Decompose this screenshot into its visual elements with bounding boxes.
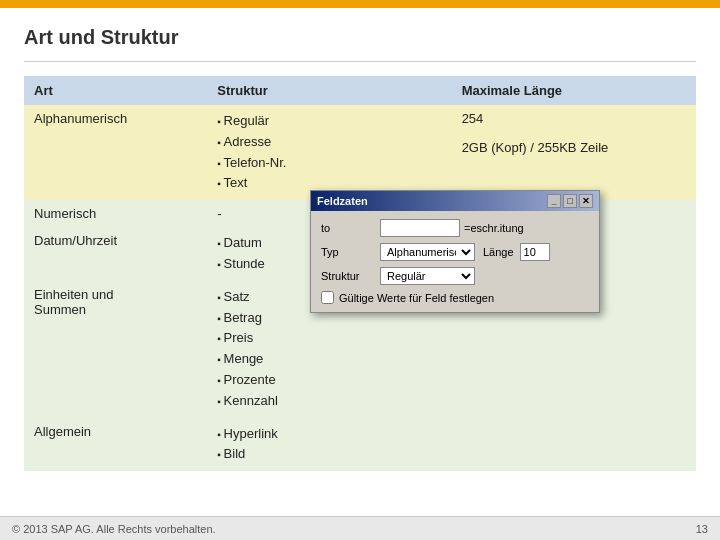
maximize-icon[interactable]: □ [563, 194, 577, 208]
dialog-typ-label: Typ [321, 246, 376, 258]
dialog-struktur-label: Struktur [321, 270, 376, 282]
dialog-title: Feldzaten [317, 195, 368, 207]
cell-art: Alphanumerisch [24, 105, 207, 200]
dialog-to-input[interactable] [380, 219, 460, 237]
footer-copyright: © 2013 SAP AG. Alle Rechts vorbehalten. [12, 523, 216, 535]
list-item: Hyperlink [217, 424, 441, 445]
list-item: Telefon-Nr. [217, 153, 441, 174]
minimize-icon[interactable]: _ [547, 194, 561, 208]
dialog-eschr-label: =eschr.itung [464, 222, 524, 234]
cell-maxlaenge: 254 2GB (Kopf) / 255KB Zeile [452, 105, 696, 200]
cell-art: Einheiten undSummen [24, 281, 207, 418]
dialog-checkbox-label: Gültige Werte für Feld festlegen [339, 292, 494, 304]
dialog-to-label: to [321, 222, 376, 234]
divider [24, 61, 696, 62]
dialog-laenge-label: Länge [483, 246, 514, 258]
list-item: Adresse [217, 132, 441, 153]
col-header-art: Art [24, 76, 207, 105]
footer-page: 13 [696, 523, 708, 535]
list-item: Kennzahl [217, 391, 441, 412]
dialog-checkbox[interactable] [321, 291, 334, 304]
dialog-laenge-input[interactable] [520, 243, 550, 261]
footer-bar: © 2013 SAP AG. Alle Rechts vorbehalten. … [0, 516, 720, 540]
dialog-typ-row: Typ Alphanumerisch Länge [321, 243, 589, 261]
cell-art: Allgemein [24, 418, 207, 472]
col-header-maxlaenge: Maximale Länge [452, 76, 696, 105]
cell-struktur: Regulär Adresse Telefon-Nr. Text [207, 105, 451, 200]
cell-art: Datum/Uhrzeit [24, 227, 207, 281]
dialog-typ-select[interactable]: Alphanumerisch [380, 243, 475, 261]
list-item: Regulär [217, 111, 441, 132]
top-orange-bar [0, 0, 720, 8]
list-item: Preis [217, 328, 441, 349]
dialog-body: to =eschr.itung Typ Alphanumerisch Länge… [311, 211, 599, 312]
close-icon[interactable]: ✕ [579, 194, 593, 208]
page-title: Art und Struktur [24, 26, 696, 49]
dialog-struktur-row: Struktur Regulär [321, 267, 589, 285]
col-header-struktur: Struktur [207, 76, 451, 105]
cell-maxlaenge [452, 418, 696, 472]
dialog-checkbox-row: Gültige Werte für Feld festlegen [321, 291, 589, 304]
cell-struktur: Hyperlink Bild [207, 418, 451, 472]
list-item: Bild [217, 444, 441, 465]
dialog-titlebar: Feldzaten _ □ ✕ [311, 191, 599, 211]
dialog-struktur-select[interactable]: Regulär [380, 267, 475, 285]
cell-art: Numerisch [24, 200, 207, 227]
list-item: Prozente [217, 370, 441, 391]
dialog-to-row: to =eschr.itung [321, 219, 589, 237]
feldzaten-dialog: Feldzaten _ □ ✕ to =eschr.itung Typ Alph… [310, 190, 600, 313]
table-row: Allgemein Hyperlink Bild [24, 418, 696, 472]
dialog-title-icons: _ □ ✕ [547, 194, 593, 208]
table-row: Alphanumerisch Regulär Adresse Telefon-N… [24, 105, 696, 200]
list-item: Menge [217, 349, 441, 370]
